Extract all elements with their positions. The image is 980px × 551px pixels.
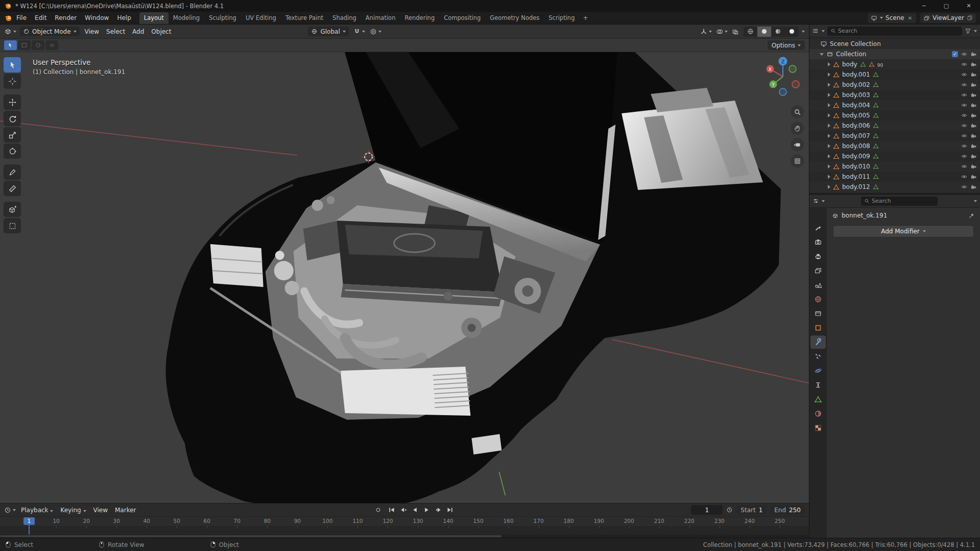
options-dropdown[interactable]: Options — [768, 40, 805, 50]
expand-icon[interactable] — [828, 103, 830, 107]
proportional-edit-icon[interactable] — [370, 28, 377, 35]
hide-viewport-icon[interactable] — [961, 142, 968, 150]
disable-render-icon[interactable] — [970, 71, 977, 78]
viewport-menu-add[interactable]: Add — [129, 27, 148, 37]
properties-tab-modifiers[interactable] — [810, 336, 826, 349]
tool-annotate[interactable] — [4, 164, 21, 180]
expand-icon[interactable] — [828, 93, 830, 97]
expand-icon[interactable] — [828, 83, 830, 87]
new-viewlayer-icon[interactable] — [967, 15, 973, 21]
expand-icon[interactable] — [828, 185, 830, 189]
outliner-editor-icon[interactable] — [812, 28, 819, 34]
viewport-menu-view[interactable]: View — [81, 27, 103, 37]
zoom-icon[interactable] — [791, 105, 804, 118]
outliner-row-body.009[interactable]: body.009 — [809, 151, 980, 161]
outliner-row-body.005[interactable]: body.005 — [809, 110, 980, 121]
select-mode-tweak[interactable] — [4, 40, 17, 50]
workspace-tab-layout[interactable]: Layout — [139, 12, 169, 24]
properties-tab-constraints[interactable] — [810, 378, 826, 392]
expand-icon[interactable] — [828, 154, 830, 158]
properties-tab-data[interactable] — [810, 393, 826, 406]
workspace-tab-geometry-nodes[interactable]: Geometry Nodes — [485, 12, 544, 24]
outliner-row-body.001[interactable]: body.001 — [809, 69, 980, 80]
frame-end-field[interactable]: End250 — [770, 505, 805, 515]
hide-viewport-icon[interactable] — [961, 81, 968, 88]
tool-transform[interactable] — [4, 143, 21, 159]
current-frame-field[interactable]: 1 — [691, 505, 723, 515]
expand-icon[interactable] — [828, 113, 830, 117]
jump-end-button[interactable] — [445, 505, 456, 515]
menu-help[interactable]: Help — [113, 13, 135, 23]
hide-viewport-icon[interactable] — [961, 183, 968, 190]
select-mode-lasso[interactable] — [45, 40, 58, 50]
properties-search[interactable] — [861, 197, 938, 206]
timeline-track-lane[interactable] — [0, 526, 809, 535]
disable-render-icon[interactable] — [970, 51, 977, 58]
outliner-row-body.002[interactable]: body.002 — [809, 80, 980, 90]
collapse-icon[interactable] — [820, 53, 824, 56]
properties-search-input[interactable] — [872, 198, 935, 204]
timeline-editor-icon[interactable] — [4, 507, 11, 514]
outliner-search[interactable] — [827, 27, 962, 36]
scene-unlink-icon[interactable]: ✕ — [907, 15, 913, 21]
pan-icon[interactable] — [791, 122, 804, 135]
hide-viewport-icon[interactable] — [961, 153, 968, 160]
disable-render-icon[interactable] — [970, 153, 977, 160]
disable-render-icon[interactable] — [970, 82, 977, 88]
workspace-tab-texture-paint[interactable]: Texture Paint — [281, 12, 328, 24]
tool-scale[interactable] — [4, 127, 21, 142]
timeline-scrollbar[interactable] — [0, 535, 809, 538]
mode-dropdown[interactable]: Object Mode — [20, 27, 80, 36]
blender-menu-icon[interactable] — [4, 14, 12, 22]
show-overlays-icon[interactable] — [716, 28, 723, 35]
outliner-search-input[interactable] — [838, 28, 959, 34]
viewport-menu-object[interactable]: Object — [148, 27, 175, 37]
properties-editor-icon[interactable] — [812, 198, 819, 204]
play-button[interactable] — [421, 505, 433, 515]
workspace-tab-scripting[interactable]: Scripting — [544, 12, 579, 24]
hide-viewport-icon[interactable] — [961, 132, 968, 139]
outliner-row-body.004[interactable]: body.004 — [809, 100, 980, 110]
hide-viewport-icon[interactable] — [961, 102, 968, 109]
minimize-button[interactable]: ─ — [913, 0, 935, 12]
add-modifier-button[interactable]: Add Modifier — [833, 225, 974, 237]
properties-tab-view-layer[interactable] — [810, 264, 826, 277]
tool-cursor[interactable] — [4, 74, 21, 89]
expand-icon[interactable] — [828, 175, 830, 179]
menu-window[interactable]: Window — [81, 13, 113, 23]
properties-tab-physics[interactable] — [810, 364, 826, 377]
workspace-tab-uv-editing[interactable]: UV Editing — [241, 12, 281, 24]
workspace-tab-compositing[interactable]: Compositing — [439, 12, 485, 24]
menu-file[interactable]: File — [12, 13, 31, 23]
menu-edit[interactable]: Edit — [31, 13, 51, 23]
shading-solid-button[interactable] — [757, 27, 771, 37]
xray-toggle-icon[interactable] — [732, 28, 739, 35]
hide-viewport-icon[interactable] — [961, 173, 968, 180]
menu-render[interactable]: Render — [51, 13, 81, 23]
properties-tab-world[interactable] — [810, 293, 826, 306]
properties-tab-material[interactable] — [810, 407, 826, 420]
timeline-menu-view[interactable]: View — [90, 505, 111, 515]
navigation-gizmo[interactable]: Z X Y — [761, 55, 804, 98]
disable-render-icon[interactable] — [970, 102, 977, 109]
tool-rotate[interactable] — [4, 111, 21, 126]
outliner-row-body[interactable]: body90 — [809, 59, 980, 69]
timeline-menu-playback[interactable]: Playback — [17, 505, 57, 515]
workspace-tab-rendering[interactable]: Rendering — [400, 12, 439, 24]
viewlayer-selector[interactable]: ViewLayer — [920, 13, 976, 23]
shading-material-preview-button[interactable] — [771, 27, 785, 37]
hide-viewport-icon[interactable] — [961, 51, 968, 58]
preview-range-icon[interactable] — [726, 507, 733, 513]
expand-icon[interactable] — [828, 124, 830, 128]
snap-magnet-icon[interactable] — [353, 28, 361, 35]
play-reverse-button[interactable] — [410, 505, 421, 515]
show-gizmo-icon[interactable] — [700, 28, 707, 35]
jump-start-button[interactable] — [386, 505, 397, 515]
pin-icon[interactable] — [968, 212, 975, 219]
camera-icon[interactable] — [791, 138, 804, 151]
outliner-row-body.006[interactable]: body.006 — [809, 121, 980, 131]
workspace-tab-modeling[interactable]: Modeling — [169, 12, 204, 24]
hide-viewport-icon[interactable] — [961, 122, 968, 129]
timeline-menu-keying[interactable]: Keying — [57, 505, 89, 515]
properties-tab-output[interactable] — [810, 250, 826, 263]
